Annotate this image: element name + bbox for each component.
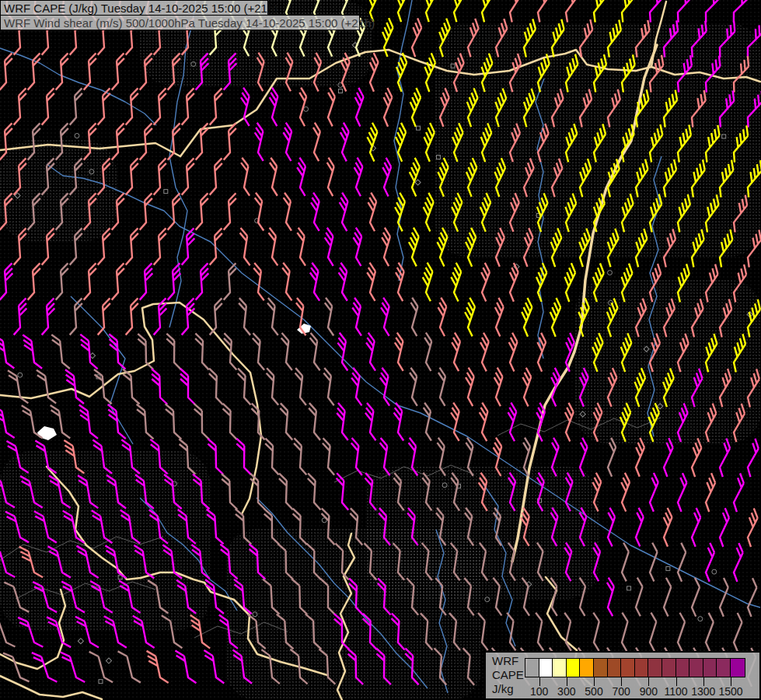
legend-label-param: CAPE (492, 668, 524, 682)
legend-label-model: WRF (492, 654, 524, 668)
legend-color-cell (525, 659, 539, 677)
legend-tick-label: 700 (613, 685, 630, 698)
legend-tick-label: 1100 (665, 685, 688, 698)
legend-color-cell (608, 659, 622, 677)
cape-legend: WRF CAPE J/kg 10030050070090011001300150… (484, 651, 761, 700)
legend-color-cell (553, 659, 567, 677)
legend-tick-label: 100 (530, 685, 548, 698)
title-cape-line: WRF CAPE (J/kg) Tuesday 14-10-2025 15:00… (0, 0, 268, 16)
legend-color-cell (689, 659, 703, 677)
legend-color-cell (676, 659, 690, 677)
legend-tick-label: 900 (640, 685, 658, 698)
legend-color-cell (567, 659, 581, 677)
legend-color-cell (539, 659, 553, 677)
legend-color-cell (621, 659, 635, 677)
legend-color-cell (580, 659, 594, 677)
legend-tick-label: 1500 (718, 685, 742, 698)
legend-color-cell (703, 659, 717, 677)
legend-color-cell (648, 659, 662, 677)
legend-tick-label: 300 (557, 685, 575, 698)
legend-color-cell (662, 659, 676, 677)
legend-color-cell (594, 659, 608, 677)
legend-tick-label: 1300 (691, 685, 715, 698)
wrf-weather-map: WRF CAPE (J/kg) Tuesday 14-10-2025 15:00… (0, 0, 761, 700)
legend-colorbar (525, 658, 745, 677)
legend-color-cell (717, 659, 731, 677)
map-canvas (0, 0, 761, 700)
title-overlay: WRF CAPE (J/kg) Tuesday 14-10-2025 15:00… (0, 0, 360, 30)
legend-label: WRF CAPE J/kg (492, 654, 524, 696)
legend-tick-label: 500 (585, 685, 602, 698)
legend-color-cell (731, 659, 745, 677)
title-windshear-line: WRF Wind shear (m/s) 500/1000hPa Tuesday… (0, 15, 360, 30)
legend-color-cell (635, 659, 649, 677)
legend-label-unit: J/kg (492, 682, 524, 696)
